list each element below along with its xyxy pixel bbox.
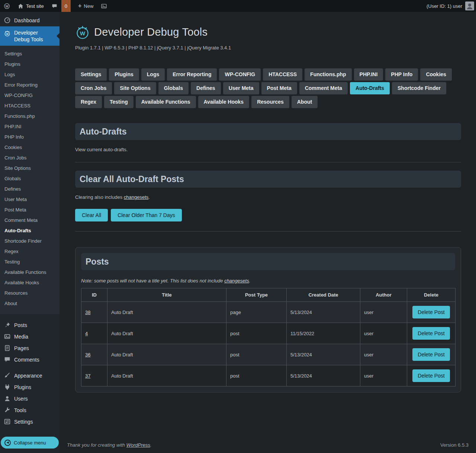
- debug-tab[interactable]: Globals: [158, 82, 189, 94]
- submenu-item[interactable]: Shortcode Finder: [0, 236, 60, 246]
- sidebar-item-comments[interactable]: Comments: [0, 354, 60, 365]
- pages-icon: [4, 344, 11, 352]
- sidebar-item-media[interactable]: Media: [0, 331, 60, 342]
- clear-all-button[interactable]: Clear All: [75, 209, 108, 221]
- debug-tab[interactable]: Settings: [75, 68, 107, 81]
- sidebar-item-appearance[interactable]: Appearance: [0, 370, 60, 381]
- debug-tab[interactable]: Regex: [75, 96, 102, 108]
- post-type-cell: post: [226, 323, 287, 344]
- sidebar-item-tools[interactable]: Tools: [0, 404, 60, 416]
- debug-tab[interactable]: PHP Info: [385, 68, 418, 81]
- user-info[interactable]: (User ID: 1) user: [427, 3, 462, 9]
- debug-tab[interactable]: Resources: [251, 96, 289, 108]
- screenshot-adminbar-item[interactable]: [97, 0, 111, 12]
- delete-cell: Delete Post: [407, 323, 456, 344]
- debug-tab[interactable]: Error Reporting: [167, 68, 217, 81]
- comment-count-badge[interactable]: 0: [61, 0, 71, 12]
- collapse-menu-button[interactable]: ◀ Collapse menu: [1, 437, 59, 449]
- submenu-item[interactable]: About: [0, 298, 60, 309]
- comments-adminbar-item[interactable]: [48, 0, 61, 12]
- submenu-item[interactable]: Auto-Drafts: [0, 226, 60, 236]
- submenu-item[interactable]: Globals: [0, 174, 60, 184]
- sidebar-item-users[interactable]: Users: [0, 393, 60, 404]
- debug-tab[interactable]: Plugins: [109, 68, 139, 81]
- changesets-link[interactable]: changesets: [124, 194, 149, 200]
- submenu-item[interactable]: Available Functions: [0, 267, 60, 278]
- debug-tab[interactable]: Logs: [141, 68, 165, 81]
- new-content-button[interactable]: + New: [74, 0, 97, 12]
- submenu-item[interactable]: Site Options: [0, 163, 60, 174]
- delete-post-button[interactable]: Delete Post: [412, 306, 450, 318]
- submenu-item[interactable]: Cron Jobs: [0, 153, 60, 163]
- debug-tab[interactable]: About: [292, 96, 318, 108]
- post-id-link[interactable]: 37: [85, 373, 90, 379]
- home-icon: [17, 3, 24, 9]
- debug-tab[interactable]: Cron Jobs: [75, 82, 112, 94]
- submenu-item[interactable]: HTACCESS: [0, 101, 60, 111]
- debug-tab[interactable]: Cookies: [420, 68, 451, 81]
- submenu-item[interactable]: Error Reporting: [0, 80, 60, 90]
- submenu-item[interactable]: PHP Info: [0, 132, 60, 142]
- post-id-link[interactable]: 38: [85, 310, 90, 315]
- debug-tools-logo-icon: W: [75, 24, 90, 40]
- submenu-item[interactable]: Cookies: [0, 142, 60, 153]
- clear-older-button[interactable]: Clear Older Than 7 Days: [111, 209, 182, 221]
- auto-drafts-description: View current auto-drafts.: [75, 147, 461, 152]
- sidebar-item-settings[interactable]: Settings: [0, 416, 60, 427]
- submenu-item[interactable]: Defines: [0, 184, 60, 194]
- sidebar-item-pages[interactable]: Pages: [0, 342, 60, 354]
- debug-tab[interactable]: Shortcode Finder: [392, 82, 446, 94]
- sidebar-item-developer-debug-tools[interactable]: W Developer Debug Tools: [0, 26, 60, 46]
- sidebar-item-posts[interactable]: Posts: [0, 319, 60, 331]
- post-id-link[interactable]: 36: [85, 352, 90, 357]
- delete-post-button[interactable]: Delete Post: [412, 369, 450, 382]
- table-row: 37 Auto Draft post 5/13/2024 user Delete…: [81, 365, 456, 386]
- footer-thanks: Thank you for creating with WordPress.: [67, 442, 152, 448]
- wordpress-link[interactable]: WordPress: [126, 442, 150, 448]
- debug-tab[interactable]: Functions.php: [305, 68, 351, 81]
- debug-tab[interactable]: Testing: [104, 96, 134, 108]
- debug-tab[interactable]: Defines: [191, 82, 221, 94]
- sidebar-item-plugins[interactable]: Plugins: [0, 381, 60, 393]
- avatar[interactable]: [465, 1, 474, 10]
- submenu-item[interactable]: WP-CONFIG: [0, 90, 60, 101]
- sidebar-item-dashboard[interactable]: Dashboard: [0, 14, 60, 26]
- debug-tab-bar: Settings Plugins Logs Error Reporting WP…: [75, 68, 461, 108]
- appearance-icon: [4, 372, 11, 379]
- debug-tab[interactable]: Site Options: [114, 82, 156, 94]
- debug-tab[interactable]: PHP.INI: [354, 68, 383, 81]
- submenu-item[interactable]: Post Meta: [0, 205, 60, 215]
- debug-tab[interactable]: WP-CONFIG: [219, 68, 261, 81]
- delete-post-button[interactable]: Delete Post: [412, 327, 450, 340]
- debug-tab[interactable]: Available Functions: [136, 96, 196, 108]
- main-menu: Posts Media Pages Comments Appearance Pl…: [0, 319, 60, 427]
- submenu-item[interactable]: PHP.INI: [0, 122, 60, 132]
- debug-tab[interactable]: Post Meta: [261, 82, 297, 94]
- submenu-item[interactable]: Testing: [0, 257, 60, 267]
- delete-cell: Delete Post: [407, 302, 456, 323]
- submenu-item[interactable]: Logs: [0, 69, 60, 80]
- submenu-item[interactable]: Comment Meta: [0, 215, 60, 226]
- debug-tab[interactable]: User Meta: [223, 82, 259, 94]
- debug-tab[interactable]: Auto-Drafts: [350, 82, 390, 94]
- submenu-item[interactable]: Settings: [0, 49, 60, 59]
- post-id-link[interactable]: 4: [85, 331, 88, 336]
- wordpress-menu[interactable]: W: [0, 0, 14, 12]
- delete-cell: Delete Post: [407, 365, 456, 386]
- submenu-item[interactable]: Available Hooks: [0, 278, 60, 288]
- submenu-item[interactable]: User Meta: [0, 194, 60, 205]
- site-menu[interactable]: Test site: [14, 0, 48, 12]
- plus-icon: +: [78, 3, 81, 9]
- changesets-link[interactable]: changesets: [224, 278, 249, 284]
- delete-post-button[interactable]: Delete Post: [412, 348, 450, 361]
- debug-tab[interactable]: Comment Meta: [299, 82, 348, 94]
- column-header: Created Date: [287, 288, 360, 302]
- sidebar-item-label: Users: [14, 396, 28, 402]
- submenu-item[interactable]: Functions.php: [0, 111, 60, 122]
- submenu-item[interactable]: Resources: [0, 288, 60, 298]
- submenu-item[interactable]: Regex: [0, 246, 60, 257]
- sidebar-item-label: Media: [14, 334, 28, 340]
- debug-tab[interactable]: Available Hooks: [198, 96, 250, 108]
- submenu-item[interactable]: Plugins: [0, 59, 60, 69]
- debug-tab[interactable]: HTACCESS: [263, 68, 302, 81]
